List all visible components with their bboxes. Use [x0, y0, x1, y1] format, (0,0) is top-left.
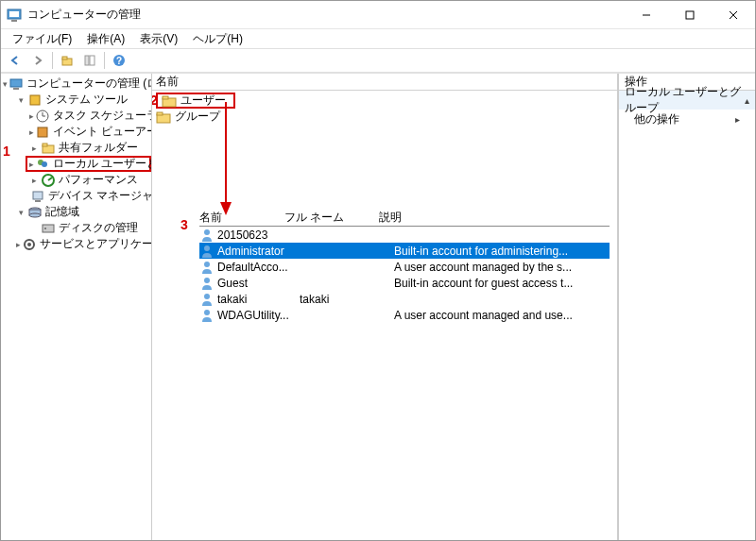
- svg-rect-19: [38, 127, 47, 137]
- minimize-button[interactable]: [625, 1, 668, 29]
- user-description: Built-in account for administering...: [394, 245, 610, 258]
- user-row[interactable]: DefaultAcco...A user account managed by …: [199, 259, 610, 275]
- svg-rect-15: [30, 95, 40, 105]
- svg-rect-27: [35, 200, 41, 202]
- svg-rect-1: [9, 11, 19, 17]
- event-icon: [35, 125, 50, 140]
- collapse-icon[interactable]: ▾: [16, 94, 26, 105]
- center-panel: 名前 2 ユーザー グループ 3: [152, 74, 618, 540]
- users-icon: [35, 157, 50, 172]
- svg-point-32: [44, 228, 46, 229]
- svg-point-41: [204, 229, 210, 235]
- col-name[interactable]: 名前: [199, 210, 284, 226]
- storage-icon: [27, 205, 43, 220]
- folder-groups[interactable]: グループ: [152, 109, 617, 125]
- annotation-1: 1: [3, 144, 10, 159]
- user-icon: [199, 308, 215, 323]
- user-name: Administrator: [217, 245, 300, 258]
- svg-rect-9: [85, 56, 89, 65]
- user-name: takaki: [217, 293, 300, 306]
- tree-root[interactable]: ▾ コンピューターの管理 (ローカル): [1, 76, 151, 92]
- annotation-2: 2: [152, 93, 158, 108]
- computer-icon: [9, 76, 24, 92]
- expand-icon[interactable]: ▸: [29, 127, 34, 137]
- menu-help[interactable]: ヘルプ(H): [185, 29, 250, 49]
- col-description[interactable]: 説明: [379, 210, 610, 226]
- performance-icon: [41, 173, 56, 188]
- tree-storage[interactable]: ▾記憶域: [14, 204, 151, 220]
- tree-performance[interactable]: ▸パフォーマンス: [27, 172, 151, 188]
- tree-device-manager[interactable]: デバイス マネージャー: [27, 188, 151, 204]
- col-fullname[interactable]: フル ネーム: [284, 210, 379, 226]
- user-row[interactable]: AdministratorBuilt-in account for admini…: [199, 243, 610, 259]
- svg-rect-36: [163, 96, 168, 99]
- expand-icon[interactable]: ▸: [29, 143, 40, 153]
- user-rows: 20150623AdministratorBuilt-in account fo…: [199, 227, 610, 323]
- user-fullname: takaki: [300, 293, 394, 306]
- tree-local-users-groups[interactable]: ▸ローカル ユーザーとグループ: [26, 156, 151, 172]
- svg-rect-10: [90, 56, 94, 65]
- window-title: コンピューターの管理: [27, 7, 625, 23]
- actions-section[interactable]: ローカル ユーザーとグループ ▴: [619, 91, 755, 110]
- center-column-header[interactable]: 名前: [152, 74, 617, 91]
- svg-rect-31: [43, 225, 54, 232]
- disk-icon: [41, 221, 56, 236]
- clock-icon: [35, 109, 50, 124]
- user-list-area: 名前 フル ネーム 説明 20150623AdministratorBuilt-…: [152, 210, 617, 323]
- svg-point-44: [204, 278, 210, 283]
- main-area: 1 ▾ コンピューターの管理 (ローカル) ▾ システム ツール: [1, 73, 755, 540]
- user-row[interactable]: 20150623: [199, 227, 610, 243]
- svg-text:?: ?: [116, 56, 122, 66]
- svg-point-42: [204, 245, 210, 251]
- toolbar-separator: [52, 52, 53, 69]
- chevron-right-icon: ▸: [735, 114, 740, 125]
- folder-users[interactable]: ユーザー: [156, 93, 235, 109]
- user-row[interactable]: GuestBuilt-in account for guest access t…: [199, 275, 610, 291]
- tree-system-tools[interactable]: ▾ システム ツール: [14, 92, 151, 108]
- toolbar: ?: [1, 48, 755, 73]
- show-hide-tree-button[interactable]: [79, 50, 100, 71]
- menu-view[interactable]: 表示(V): [132, 29, 185, 49]
- user-name: DefaultAcco...: [217, 261, 300, 274]
- chevron-up-icon: ▴: [745, 95, 749, 106]
- svg-point-46: [204, 310, 210, 315]
- user-icon: [199, 260, 215, 275]
- shared-folder-icon: [41, 141, 56, 156]
- expand-icon[interactable]: ▸: [29, 159, 34, 169]
- close-button[interactable]: [712, 1, 755, 29]
- tree-event-viewer[interactable]: ▸イベント ビューアー: [27, 124, 151, 140]
- collapse-icon[interactable]: ▾: [16, 207, 26, 217]
- tree-services-apps[interactable]: ▸サービスとアプリケーション: [14, 236, 151, 252]
- svg-line-25: [48, 178, 52, 180]
- svg-rect-8: [62, 57, 67, 59]
- tree-shared-folders[interactable]: ▸共有フォルダー: [27, 140, 151, 156]
- user-icon: [199, 228, 215, 243]
- user-description: A user account managed by the s...: [394, 261, 610, 274]
- expand-icon[interactable]: ▸: [29, 110, 34, 121]
- app-icon: [7, 8, 22, 23]
- up-button[interactable]: [57, 50, 77, 71]
- blank-icon: [29, 223, 40, 233]
- svg-point-43: [204, 262, 210, 267]
- back-button[interactable]: [5, 50, 26, 71]
- help-button[interactable]: ?: [109, 50, 129, 71]
- tree-task-scheduler[interactable]: ▸タスク スケジューラ: [27, 108, 151, 124]
- expand-icon[interactable]: ▸: [16, 239, 21, 249]
- user-description: A user account managed and use...: [394, 309, 610, 322]
- user-row[interactable]: WDAGUtility...A user account managed and…: [199, 307, 610, 323]
- computer-management-window: コンピューターの管理 ファイル(F) 操作(A) 表示(V) ヘルプ(H) ? …: [0, 0, 756, 541]
- svg-rect-4: [686, 11, 694, 19]
- collapse-icon[interactable]: ▾: [3, 78, 8, 89]
- forward-button[interactable]: [27, 50, 48, 71]
- tree-disk-management[interactable]: ディスクの管理: [27, 220, 151, 236]
- menu-file[interactable]: ファイル(F): [5, 29, 79, 49]
- maximize-button[interactable]: [668, 1, 712, 29]
- svg-point-30: [29, 213, 41, 217]
- folder-groups-label: グループ: [175, 109, 220, 125]
- menu-action[interactable]: 操作(A): [79, 29, 132, 49]
- user-row[interactable]: takakitakaki: [199, 291, 610, 307]
- expand-icon[interactable]: ▸: [29, 175, 40, 185]
- user-columns-header: 名前 フル ネーム 説明: [199, 210, 610, 227]
- svg-point-34: [27, 243, 31, 246]
- services-icon: [22, 237, 37, 252]
